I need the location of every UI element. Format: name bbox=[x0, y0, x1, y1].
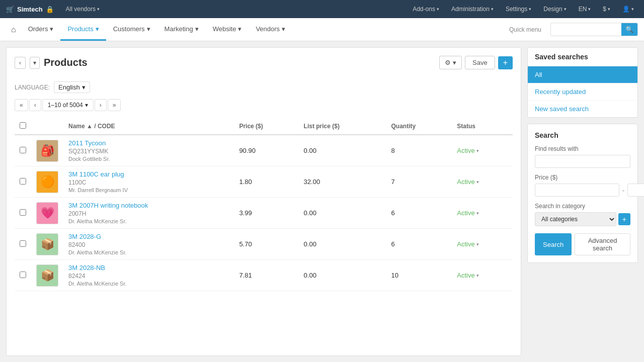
product-status-0[interactable]: Active ▾ bbox=[457, 147, 478, 154]
product-status-3[interactable]: Active ▾ bbox=[457, 240, 478, 248]
administration-menu[interactable]: Administration ▾ bbox=[447, 4, 498, 15]
customers-caret: ▾ bbox=[147, 25, 150, 33]
website-caret: ▾ bbox=[238, 25, 242, 33]
product-code-4: 82424 bbox=[68, 273, 229, 280]
price-to-input[interactable] bbox=[627, 184, 644, 197]
category-add-button[interactable]: + bbox=[618, 213, 630, 225]
customers-label: Customers bbox=[113, 25, 145, 33]
row-checkbox-3[interactable] bbox=[20, 240, 26, 247]
status-caret-4: ▾ bbox=[476, 273, 479, 278]
saved-search-all[interactable]: All bbox=[528, 66, 637, 83]
language-label: LANGUAGE: bbox=[15, 84, 50, 91]
product-name-1[interactable]: 3M 1100C ear plug bbox=[68, 170, 229, 178]
last-page-button[interactable]: » bbox=[108, 99, 121, 111]
product-quantity-3: 6 bbox=[386, 229, 452, 260]
caret-button[interactable]: ▾ bbox=[30, 57, 40, 69]
saved-search-new[interactable]: New saved search bbox=[528, 101, 637, 117]
sidebar-panel: Saved searches All Recently updated New … bbox=[527, 47, 638, 356]
find-input[interactable] bbox=[535, 155, 630, 168]
website-label: Website bbox=[213, 25, 236, 33]
page-info-caret: ▾ bbox=[85, 102, 88, 109]
category-label: Search in category bbox=[535, 203, 630, 210]
product-name-3[interactable]: 3M 2028-G bbox=[68, 233, 229, 240]
nav-marketing[interactable]: Marketing ▾ bbox=[157, 18, 206, 41]
row-checkbox-2[interactable] bbox=[20, 209, 26, 216]
addons-menu[interactable]: Add-ons ▾ bbox=[409, 4, 443, 15]
find-label: Find results with bbox=[535, 145, 630, 152]
design-menu[interactable]: Design ▾ bbox=[539, 4, 570, 15]
status-caret-3: ▾ bbox=[476, 242, 479, 247]
product-name-4[interactable]: 3M 2028-NB bbox=[68, 264, 229, 272]
administration-label: Administration bbox=[451, 6, 490, 13]
product-price-2: 3.99 bbox=[234, 198, 298, 229]
price-separator: - bbox=[622, 187, 624, 194]
vendors-nav-label: Vendors bbox=[256, 25, 280, 33]
nav-orders[interactable]: Orders ▾ bbox=[21, 18, 61, 41]
category-select[interactable]: All categories bbox=[535, 212, 616, 226]
search-button[interactable]: Search bbox=[535, 233, 572, 255]
select-all-checkbox[interactable] bbox=[20, 122, 26, 129]
table-row: 🎒 2011 Tycoon SQ231YYSMK Dock Gottlieb S… bbox=[15, 135, 513, 166]
save-button[interactable]: Save bbox=[465, 56, 495, 69]
orders-label: Orders bbox=[28, 25, 48, 33]
product-status-4[interactable]: Active ▾ bbox=[457, 272, 478, 279]
col-image bbox=[31, 118, 63, 135]
products-label: Products bbox=[67, 25, 93, 33]
vendors-caret: ▾ bbox=[97, 7, 100, 12]
vendors-dropdown[interactable]: All vendors ▾ bbox=[62, 4, 104, 15]
row-checkbox-4[interactable] bbox=[20, 272, 26, 278]
product-name-2[interactable]: 3M 2007H writing notebook bbox=[68, 202, 229, 209]
currency-menu[interactable]: $ ▾ bbox=[599, 4, 614, 15]
table-row: 🟠 3M 1100C ear plug 1100C Mr. Darrell Be… bbox=[15, 166, 513, 198]
nav-vendors[interactable]: Vendors ▾ bbox=[249, 18, 292, 41]
status-caret-0: ▾ bbox=[476, 148, 479, 153]
product-name-0[interactable]: 2011 Tycoon bbox=[68, 139, 229, 147]
navbar-left: ⌂ Orders ▾ Products ▾ Customers ▾ Market… bbox=[6, 18, 292, 41]
next-page-button[interactable]: › bbox=[95, 99, 107, 111]
product-status-2[interactable]: Active ▾ bbox=[457, 209, 478, 217]
status-caret-2: ▾ bbox=[476, 211, 479, 216]
product-vendor-1: Mr. Darrell Bergnaum IV bbox=[68, 187, 229, 193]
product-status-1[interactable]: Active ▾ bbox=[457, 178, 478, 186]
product-code-2: 2007H bbox=[68, 210, 229, 217]
product-price-1: 1.80 bbox=[234, 166, 298, 198]
nav-customers[interactable]: Customers ▾ bbox=[106, 18, 157, 41]
navbar-search-button[interactable]: 🔍 bbox=[621, 23, 637, 36]
row-checkbox-1[interactable] bbox=[20, 178, 26, 185]
advanced-search-button[interactable]: Advanced search bbox=[575, 233, 630, 255]
saved-searches: Saved searches All Recently updated New … bbox=[527, 47, 638, 118]
product-price-0: 90.90 bbox=[234, 135, 298, 166]
addons-label: Add-ons bbox=[413, 6, 435, 13]
brand[interactable]: 🛒 Simtech 🔒 bbox=[6, 6, 54, 13]
product-list-price-1: 32.00 bbox=[299, 166, 386, 198]
language-select[interactable]: English ▾ bbox=[54, 81, 90, 93]
category-row: All categories + bbox=[535, 212, 630, 226]
user-menu[interactable]: 👤 ▾ bbox=[618, 4, 638, 15]
prev-page-button[interactable]: ‹ bbox=[29, 99, 41, 111]
language-menu[interactable]: EN ▾ bbox=[575, 4, 595, 15]
price-from-input[interactable] bbox=[535, 184, 619, 197]
navbar-search-input[interactable] bbox=[551, 24, 621, 35]
row-checkbox-0[interactable] bbox=[20, 147, 26, 153]
page-info[interactable]: 1–10 of 5004 ▾ bbox=[42, 99, 94, 111]
add-product-button[interactable]: + bbox=[498, 56, 513, 69]
addons-caret: ▾ bbox=[437, 7, 439, 12]
product-vendor-4: Dr. Aletha McKenzie Sr. bbox=[68, 281, 229, 287]
first-page-button[interactable]: « bbox=[15, 99, 28, 111]
quick-menu[interactable]: Quick menu bbox=[504, 24, 546, 35]
nav-products[interactable]: Products ▾ bbox=[60, 18, 106, 41]
main-panel: ‹ ▾ Products ⚙ ▾ Save + LANGUAGE: Englis… bbox=[6, 47, 521, 356]
back-button[interactable]: ‹ bbox=[15, 57, 26, 69]
nav-home[interactable]: ⌂ bbox=[6, 18, 21, 41]
col-quantity: Quantity bbox=[386, 118, 452, 135]
table-row: 💗 3M 2007H writing notebook 2007H Dr. Al… bbox=[15, 198, 513, 229]
col-name[interactable]: Name ▲ / CODE bbox=[63, 118, 234, 135]
gear-button[interactable]: ⚙ ▾ bbox=[439, 56, 462, 69]
search-panel: Search Find results with Price ($) - Sea… bbox=[527, 124, 638, 263]
settings-menu[interactable]: Settings ▾ bbox=[502, 4, 535, 15]
saved-search-recently-updated[interactable]: Recently updated bbox=[528, 83, 637, 101]
nav-website[interactable]: Website ▾ bbox=[206, 18, 249, 41]
col-price: Price ($) bbox=[234, 118, 298, 135]
product-list-price-2: 0.00 bbox=[299, 198, 386, 229]
user-icon: 👤 bbox=[622, 6, 630, 13]
